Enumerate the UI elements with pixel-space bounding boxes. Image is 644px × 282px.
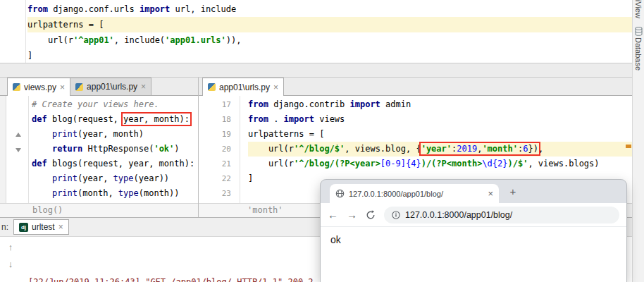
address-bar[interactable]: 127.0.0.1:8000/app01/blog/ <box>384 207 619 223</box>
code-line[interactable]: return HttpResponse('ok') <box>6 142 198 157</box>
pane-splitter[interactable] <box>198 78 199 217</box>
line-number[interactable]: 18 <box>199 112 231 127</box>
code-line[interactable]: urlpatterns = [ <box>0 17 632 32</box>
line-number[interactable]: 19 <box>199 127 231 142</box>
tool-tab-database[interactable]: Database <box>634 37 643 70</box>
arrow-up-icon[interactable]: ↑ <box>8 242 13 252</box>
line-number[interactable]: 23 <box>199 186 231 201</box>
console-output: [22/Jun/2019 11:26:43] "GET /app01/blog/… <box>28 242 314 282</box>
code-line[interactable]: 18from . import views <box>199 112 632 127</box>
reload-icon[interactable] <box>366 210 376 220</box>
code-token: import <box>284 114 314 124</box>
code-token: , include( <box>114 35 165 45</box>
code-token: )), <box>226 35 242 45</box>
console-log-line: [22/Jun/2019 11:26:43] "GET /app01/blog/… <box>28 274 314 282</box>
code-token: (month)) <box>139 188 180 198</box>
code-token: def <box>32 114 52 124</box>
code-token: import <box>140 4 170 14</box>
line-number[interactable]: 22 <box>199 171 231 186</box>
code-line[interactable]: print(year, type(year)) <box>6 171 198 186</box>
code-token: year, month): <box>123 114 190 124</box>
browser-page-content: ok <box>321 227 626 282</box>
python-file-icon <box>208 83 216 91</box>
code-line[interactable]: ] <box>0 48 632 63</box>
code-token: 'ok' <box>154 144 174 154</box>
code-line[interactable]: 19urlpatterns = [ <box>199 127 632 142</box>
database-icon <box>635 27 643 36</box>
code-text: # Create your views here. <box>32 97 198 112</box>
code-line[interactable]: print(year, month) <box>6 127 198 142</box>
code-line[interactable]: url(r'^app01', include('app01.urls')), <box>0 32 632 48</box>
code-token: (year, <box>78 173 113 183</box>
right-editor-tabbar: app01\urls.py × <box>198 78 632 96</box>
code-token: import <box>350 99 380 109</box>
code-token: from <box>27 4 48 14</box>
tab-app01-urls-py-right[interactable]: app01\urls.py × <box>202 78 284 96</box>
code-line[interactable]: 21 url(r'^/blog/(?P<year>[0-9]{4})/(?P<m… <box>199 157 632 171</box>
code-text: print(month, type(month)) <box>32 186 198 201</box>
code-text: from django.contrib import admin <box>248 97 632 112</box>
code-line[interactable]: 17from django.contrib import admin <box>199 97 632 112</box>
code-text: urlpatterns = [ <box>248 127 632 142</box>
code-token: (year)) <box>134 173 170 183</box>
code-token: from <box>248 99 268 109</box>
browser-tabstrip: 127.0.0.1:8000/app01/blog/ × + <box>321 180 626 203</box>
code-token: 'month' <box>482 144 518 154</box>
arrow-down-icon[interactable]: ↓ <box>8 259 13 269</box>
code-token: , <box>538 144 543 154</box>
code-token: type <box>118 188 139 198</box>
run-tab-urltest[interactable]: dj urltest × <box>13 219 69 235</box>
code-line[interactable]: 20 url(r'^/blog/$', views.blog, {'year':… <box>199 142 632 157</box>
close-icon[interactable]: × <box>58 223 63 231</box>
code-token: ) <box>174 144 179 154</box>
code-line[interactable]: print(month, type(month)) <box>6 186 198 201</box>
tab-app01-urls-py[interactable]: app01\urls.py × <box>70 78 151 95</box>
code-token: admin <box>380 99 411 109</box>
code-token: def <box>32 159 52 168</box>
code-token: , views.blogs) <box>528 159 599 168</box>
code-text: ] <box>27 48 632 63</box>
tab-views-py[interactable]: views.py × <box>7 78 70 96</box>
close-icon[interactable]: × <box>141 82 146 91</box>
globe-icon <box>335 189 345 198</box>
left-editor-tabbar: views.py × app01\urls.py × <box>0 78 198 96</box>
code-token: url, include <box>170 4 236 14</box>
code-line[interactable]: # Create your views here. <box>6 97 198 112</box>
code-token: HttpResponse( <box>82 144 154 154</box>
close-icon[interactable]: × <box>60 83 65 92</box>
line-number[interactable]: 20 <box>199 142 231 157</box>
code-token: from <box>248 114 268 124</box>
code-token: django.conf.urls <box>48 4 140 14</box>
editor-splitter[interactable] <box>0 63 632 78</box>
forward-button[interactable]: → <box>347 209 357 220</box>
python-file-icon <box>75 83 83 91</box>
line-number[interactable]: 17 <box>199 97 231 112</box>
top-editor-pane[interactable]: from django.conf.urls import url, includ… <box>0 0 632 63</box>
code-token: [0-9]{4} <box>380 159 421 168</box>
code-line[interactable]: def blog(request, year, month): <box>6 112 198 127</box>
code-token: 'year' <box>421 144 452 154</box>
tool-tab-sciview[interactable]: SciView <box>634 0 643 18</box>
code-token <box>32 173 52 183</box>
browser-toolbar: ← → 127.0.0.1:8000/app01/blog/ <box>321 203 626 227</box>
gutter-marker-icon[interactable] <box>16 148 21 152</box>
close-icon[interactable]: × <box>273 83 278 92</box>
top-editor-code: from django.conf.urls import url, includ… <box>0 1 632 63</box>
new-tab-button[interactable]: + <box>506 185 520 197</box>
python-file-icon <box>13 83 20 91</box>
views-py-code: # Create your views here.def blog(reques… <box>6 97 198 201</box>
gutter-marker-icon[interactable] <box>16 133 21 137</box>
code-text: print(year, type(year)) <box>32 171 198 186</box>
close-icon[interactable]: × <box>488 188 493 199</box>
line-number[interactable]: 21 <box>199 157 231 171</box>
code-line[interactable]: def blogs(request, year, month): <box>6 157 198 171</box>
info-icon[interactable] <box>392 211 400 219</box>
browser-tab[interactable]: 127.0.0.1:8000/app01/blog/ × <box>330 184 499 203</box>
scrollbar-error-stripe[interactable] <box>626 145 631 148</box>
code-line[interactable]: from django.conf.urls import url, includ… <box>0 1 632 17</box>
views-py-editor[interactable]: # Create your views here.def blog(reques… <box>6 96 198 203</box>
url-text: 127.0.0.1:8000/app01/blog/ <box>405 210 512 220</box>
code-token: type <box>113 173 134 183</box>
django-run-config-icon: dj <box>19 223 28 232</box>
back-button[interactable]: ← <box>328 209 338 220</box>
